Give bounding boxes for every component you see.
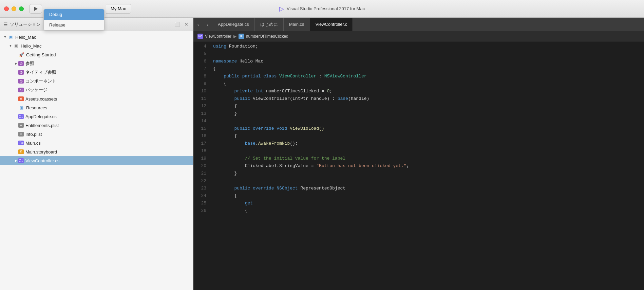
sidebar-item-hello-mac-root[interactable]: ▼ ▣ Hello_Mac — [0, 33, 193, 41]
resources-folder-icon: ▣ — [18, 105, 24, 111]
tree-arrow — [14, 79, 18, 84]
sidebar-maximize-btn[interactable]: ⬜ — [174, 21, 181, 28]
code-line — [210, 147, 644, 155]
tree-arrow — [14, 96, 18, 101]
tree-arrow — [14, 52, 18, 57]
package-icon: ⊙ — [18, 88, 24, 92]
code-line — [210, 50, 644, 58]
tree-arrow — [14, 70, 18, 75]
sidebar-item-packages[interactable]: ⊙ パッケージ — [0, 86, 193, 94]
folder-icon: ▣ — [13, 43, 19, 49]
folder-icon: ▣ — [7, 34, 14, 40]
cs-icon3: C# — [18, 158, 24, 163]
tab-bar: ‹ › AppDelegate.cs はじめに Main.cs ViewCont… — [193, 18, 644, 31]
cs-icon: C# — [18, 114, 24, 119]
tab-back-btn[interactable]: ‹ — [193, 18, 203, 31]
sidebar-item-appdelegate[interactable]: C# AppDelegate.cs — [0, 112, 193, 121]
code-line: } — [210, 110, 644, 117]
storyboard-icon: S — [18, 149, 24, 154]
release-option[interactable]: Release — [44, 20, 104, 30]
code-line: private int numberOfTimesClicked = 0; — [210, 88, 644, 95]
plist-icon: ≡ — [18, 123, 24, 128]
code-line: namespace Hello_Mac — [210, 58, 644, 65]
code-line: { — [210, 132, 644, 140]
ref-icon: ⊙ — [18, 61, 24, 66]
sidebar-item-components[interactable]: ⊙ コンポーネント — [0, 77, 193, 86]
tree-arrow: ▶ — [14, 61, 18, 66]
main-layout: ☰ ソリューション ⬜ ✕ ▼ ▣ Hello_Mac ▼ ▣ Hello_Ma… — [0, 18, 644, 290]
code-line: ClickedLabel.StringValue = "Button has n… — [210, 162, 644, 170]
sidebar-item-native-ref[interactable]: ⊙ ネイティブ参照 — [0, 68, 193, 77]
debug-dropdown-menu[interactable]: Debug Release — [43, 9, 105, 31]
sidebar-item-getting-started[interactable]: 🚀 Getting Started — [0, 50, 193, 59]
assets-icon: A — [18, 96, 24, 101]
tree-arrow — [14, 123, 18, 128]
tree-arrow — [14, 132, 18, 137]
line-numbers: 4567891011121314151617181920212223242526 — [193, 41, 210, 290]
breadcrumb-bar: VC ViewController ▶ F numberOfTimesClick… — [193, 31, 644, 41]
code-editor[interactable]: 4567891011121314151617181920212223242526… — [193, 41, 644, 290]
sidebar-content[interactable]: ▼ ▣ Hello_Mac ▼ ▣ Hello_Mac 🚀 Getting St… — [0, 31, 193, 290]
code-line: using Foundation; — [210, 43, 644, 50]
sidebar-item-main-storyboard[interactable]: S Main.storyboard — [0, 147, 193, 156]
sidebar-item-info-plist[interactable]: ≡ Info.plist — [0, 130, 193, 139]
breadcrumb-item2: numberOfTimesClicked — [246, 34, 288, 39]
tree-arrow: ▼ — [3, 35, 7, 39]
code-line: { — [210, 103, 644, 110]
breadcrumb-item1: ViewController — [205, 34, 231, 39]
code-line: public ViewController(IntPtr handle) : b… — [210, 95, 644, 103]
minimize-button[interactable] — [12, 6, 16, 11]
tree-arrow — [14, 114, 18, 119]
code-line — [210, 117, 644, 125]
code-line: { — [210, 80, 644, 88]
app-title: ▷ Visual Studio Professional 2017 for Ma… — [279, 5, 365, 13]
tab-appdelegate[interactable]: AppDelegate.cs — [212, 18, 255, 31]
titlebar: Debug Release My Mac ▷ Visual Studio Pro… — [0, 0, 644, 18]
code-line — [210, 177, 644, 185]
editor-area: ‹ › AppDelegate.cs はじめに Main.cs ViewCont… — [193, 18, 644, 290]
code-line: base.AwakeFromNib(); — [210, 140, 644, 147]
debug-option[interactable]: Debug — [44, 9, 104, 20]
code-line: public partial class ViewController : NS… — [210, 73, 644, 80]
tab-hajimeni[interactable]: はじめに — [255, 18, 284, 31]
code-line: // Set the initial value for the label — [210, 155, 644, 162]
rocket-icon: 🚀 — [18, 52, 24, 58]
code-line: { — [210, 192, 644, 200]
tree-arrow — [14, 105, 18, 110]
cs-icon2: C# — [18, 141, 24, 145]
target-button[interactable]: My Mac — [106, 4, 131, 14]
tree-arrow: ▶ — [14, 158, 18, 163]
code-line: { — [210, 65, 644, 73]
component-icon: ⊙ — [18, 79, 24, 84]
code-line: public override void ViewDidLoad() — [210, 125, 644, 132]
sidebar-item-main-cs[interactable]: C# Main.cs — [0, 139, 193, 147]
traffic-lights — [4, 6, 24, 11]
sidebar-item-assets[interactable]: A Assets.xcassets — [0, 94, 193, 103]
ref-icon2: ⊙ — [18, 70, 24, 75]
code-line: { — [210, 207, 644, 215]
breadcrumb-icon2: F — [239, 34, 244, 39]
sidebar-item-entitlements[interactable]: ≡ Entitlements.plist — [0, 121, 193, 130]
vs-icon: ▷ — [279, 5, 284, 13]
code-content[interactable]: using Foundation; namespace Hello_Mac{ p… — [210, 41, 644, 290]
code-line: public override NSObject RepresentedObje… — [210, 185, 644, 192]
sidebar-item-viewcontroller[interactable]: ▶ C# ViewController.cs — [0, 156, 193, 165]
plist-icon2: ≡ — [18, 132, 24, 137]
maximize-button[interactable] — [19, 6, 24, 11]
tab-viewcontroller[interactable]: ViewController.c — [310, 18, 353, 31]
code-line: } — [210, 170, 644, 177]
sidebar-close-btn[interactable]: ✕ — [183, 21, 190, 28]
breadcrumb-sep: ▶ — [233, 34, 236, 39]
sidebar-item-ref[interactable]: ▶ ⊙ 参照 — [0, 59, 193, 68]
code-line: get — [210, 200, 644, 207]
run-button[interactable] — [29, 4, 42, 14]
sidebar-item-hello-mac-child[interactable]: ▼ ▣ Hello_Mac — [0, 41, 193, 50]
tree-arrow: ▼ — [8, 43, 13, 48]
sidebar-item-resources[interactable]: ▣ Resources — [0, 103, 193, 112]
close-button[interactable] — [4, 6, 9, 11]
tree-arrow — [14, 141, 18, 145]
tree-arrow — [14, 88, 18, 92]
tab-main-cs[interactable]: Main.cs — [284, 18, 310, 31]
breadcrumb-icon1: VC — [197, 34, 203, 39]
tab-forward-btn[interactable]: › — [203, 18, 212, 31]
